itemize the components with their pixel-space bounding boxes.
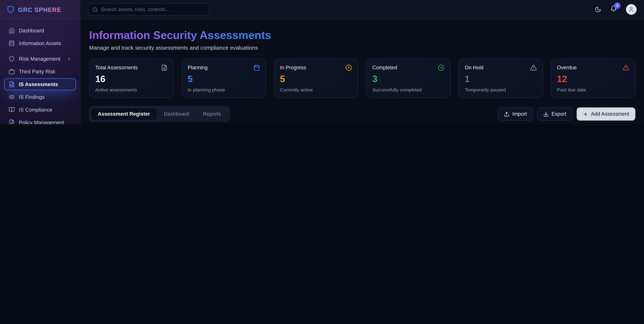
user-avatar[interactable] — [626, 4, 636, 15]
sidebar-item-label: Third Party Risk — [19, 69, 56, 74]
clock-icon — [346, 64, 352, 71]
sidebar-item-is-findings[interactable]: IS Findings — [4, 91, 76, 103]
tabs-row: Assessment RegisterDashboardReports Impo… — [89, 106, 635, 122]
topbar: 3 — [80, 0, 644, 19]
stat-card-value: 12 — [557, 75, 629, 84]
stat-card-value: 3 — [372, 75, 444, 84]
file-text-icon — [9, 81, 15, 87]
stat-card-on-hold: On Hold 1 Temporarily paused — [458, 59, 543, 98]
book-open-icon — [9, 107, 15, 113]
stat-card-value: 1 — [464, 75, 537, 84]
brand-shield-icon — [6, 5, 15, 13]
page-subtitle: Manage and track security assessments an… — [89, 45, 635, 51]
stats-row: Total Assessments 16 Active assessments … — [89, 59, 635, 98]
chevron-right-icon — [66, 56, 72, 61]
page-content: Information Security Assessments Manage … — [80, 19, 644, 124]
stat-card-caption: Currently active — [280, 87, 352, 92]
stat-card-label: Completed — [372, 65, 397, 71]
database-icon — [9, 40, 15, 46]
tab-dashboard[interactable]: Dashboard — [158, 108, 196, 120]
tab-group: Assessment RegisterDashboardReports — [89, 106, 230, 122]
briefcase-icon — [9, 68, 15, 75]
sidebar-item-policy-management[interactable]: Policy Management — [4, 116, 76, 124]
stat-card-caption: In planning phase — [188, 87, 260, 92]
sidebar-item-is-compliance[interactable]: IS Compliance — [4, 104, 76, 116]
tab-reports[interactable]: Reports — [196, 108, 228, 120]
stat-card-caption: Temporarily paused — [464, 87, 537, 92]
stat-card-label: On Hold — [464, 65, 484, 71]
sidebar-item-information-assets[interactable]: Information Assets — [4, 37, 76, 49]
brand: GRC SPHERE — [0, 0, 80, 19]
notifications-button[interactable]: 3 — [610, 5, 617, 13]
stat-card-value: 5 — [188, 75, 260, 84]
topbar-actions: 3 — [595, 4, 636, 15]
global-search-input[interactable] — [101, 6, 205, 12]
eye-icon — [9, 94, 15, 100]
notification-badge: 3 — [614, 2, 621, 9]
home-icon — [9, 27, 15, 34]
file-text-icon — [9, 119, 15, 124]
sidebar-item-label: Dashboard — [19, 28, 44, 33]
alert-triangle-icon — [622, 64, 629, 71]
check-circle-icon — [438, 64, 444, 71]
download-icon — [543, 111, 549, 117]
sidebar: GRC SPHERE Dashboard Information Assets … — [0, 0, 80, 124]
sidebar-item-label: IS Assessments — [19, 81, 58, 87]
upload-icon — [504, 111, 510, 117]
sidebar-nav: Dashboard Information Assets Risk Manage… — [0, 19, 80, 124]
calendar-icon — [253, 64, 260, 71]
stat-card-value: 5 — [280, 75, 352, 84]
stat-card-in-progress: In Progress 5 Currently active — [274, 59, 358, 98]
file-text-icon — [161, 64, 168, 71]
export-label: Export — [552, 111, 566, 117]
sidebar-item-label: IS Findings — [19, 94, 44, 100]
stat-card-caption: Past due date — [557, 87, 629, 92]
search-icon — [92, 7, 98, 12]
page-title: Information Security Assessments — [89, 29, 271, 42]
sidebar-item-label: Risk Management — [19, 56, 60, 62]
stat-card-planning: Planning 5 In planning phase — [182, 59, 266, 98]
brand-name: GRC SPHERE — [18, 6, 62, 13]
stat-card-value: 16 — [95, 75, 168, 84]
sidebar-item-label: IS Compliance — [19, 107, 52, 113]
stat-card-total-assessments: Total Assessments 16 Active assessments — [89, 59, 174, 98]
sidebar-item-dashboard[interactable]: Dashboard — [4, 25, 76, 37]
add-assessment-button[interactable]: Add Assessment — [577, 108, 635, 121]
stat-card-caption: Successfully completed — [372, 87, 444, 92]
toolbar: Import Export Add Assessment — [498, 108, 635, 121]
sidebar-item-label: Policy Management — [19, 120, 64, 124]
sidebar-item-third-party-risk[interactable]: Third Party Risk — [4, 66, 76, 78]
stat-card-label: Overdue — [557, 65, 577, 71]
user-icon — [628, 6, 634, 12]
stat-card-label: In Progress — [280, 65, 306, 71]
stat-card-label: Total Assessments — [95, 65, 138, 71]
sidebar-item-risk-management[interactable]: Risk Management — [4, 53, 76, 65]
stat-card-label: Planning — [188, 65, 208, 71]
shield-icon — [9, 56, 15, 62]
import-label: Import — [512, 111, 527, 117]
plus-icon — [583, 111, 588, 117]
stat-card-overdue: Overdue 12 Past due date — [551, 59, 635, 98]
import-button[interactable]: Import — [498, 108, 533, 121]
sidebar-item-is-assessments[interactable]: IS Assessments — [4, 78, 76, 90]
dark-mode-toggle[interactable] — [595, 6, 601, 13]
stat-card-caption: Active assessments — [95, 87, 168, 92]
add-assessment-label: Add Assessment — [591, 111, 629, 117]
stat-card-completed: Completed 3 Successfully completed — [366, 59, 451, 98]
app-window: GRC SPHERE Dashboard Information Assets … — [0, 0, 644, 124]
main-area: 3 Information Security Assessments Manag… — [80, 0, 644, 124]
sidebar-item-label: Information Assets — [19, 40, 61, 46]
tab-assessment-register[interactable]: Assessment Register — [91, 108, 156, 120]
global-search[interactable] — [88, 3, 209, 15]
alert-triangle-icon — [530, 64, 537, 71]
export-button[interactable]: Export — [537, 108, 572, 121]
